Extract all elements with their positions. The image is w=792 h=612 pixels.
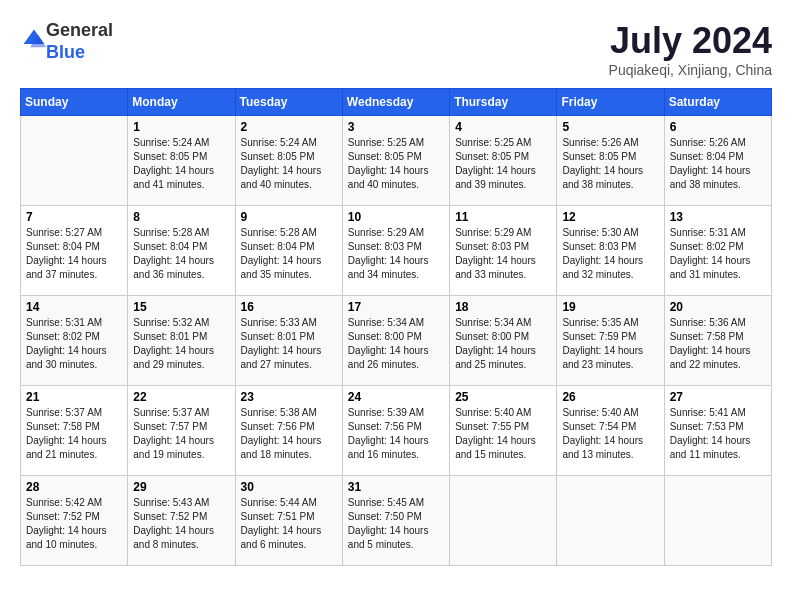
day-info: Sunrise: 5:40 AM Sunset: 7:54 PM Dayligh… bbox=[562, 406, 658, 462]
day-number: 6 bbox=[670, 120, 766, 134]
day-number: 24 bbox=[348, 390, 444, 404]
day-number: 9 bbox=[241, 210, 337, 224]
day-cell: 20Sunrise: 5:36 AM Sunset: 7:58 PM Dayli… bbox=[664, 296, 771, 386]
day-cell: 10Sunrise: 5:29 AM Sunset: 8:03 PM Dayli… bbox=[342, 206, 449, 296]
day-info: Sunrise: 5:28 AM Sunset: 8:04 PM Dayligh… bbox=[133, 226, 229, 282]
day-cell: 7Sunrise: 5:27 AM Sunset: 8:04 PM Daylig… bbox=[21, 206, 128, 296]
day-info: Sunrise: 5:42 AM Sunset: 7:52 PM Dayligh… bbox=[26, 496, 122, 552]
day-info: Sunrise: 5:37 AM Sunset: 7:57 PM Dayligh… bbox=[133, 406, 229, 462]
logo-icon bbox=[22, 28, 46, 52]
day-cell: 22Sunrise: 5:37 AM Sunset: 7:57 PM Dayli… bbox=[128, 386, 235, 476]
calendar-header-row: SundayMondayTuesdayWednesdayThursdayFrid… bbox=[21, 89, 772, 116]
logo-text: General Blue bbox=[46, 20, 113, 63]
day-number: 14 bbox=[26, 300, 122, 314]
day-info: Sunrise: 5:43 AM Sunset: 7:52 PM Dayligh… bbox=[133, 496, 229, 552]
day-info: Sunrise: 5:25 AM Sunset: 8:05 PM Dayligh… bbox=[348, 136, 444, 192]
day-number: 11 bbox=[455, 210, 551, 224]
day-info: Sunrise: 5:24 AM Sunset: 8:05 PM Dayligh… bbox=[133, 136, 229, 192]
month-title: July 2024 bbox=[609, 20, 772, 62]
day-number: 30 bbox=[241, 480, 337, 494]
day-cell: 21Sunrise: 5:37 AM Sunset: 7:58 PM Dayli… bbox=[21, 386, 128, 476]
day-cell: 18Sunrise: 5:34 AM Sunset: 8:00 PM Dayli… bbox=[450, 296, 557, 386]
day-info: Sunrise: 5:35 AM Sunset: 7:59 PM Dayligh… bbox=[562, 316, 658, 372]
week-row-2: 7Sunrise: 5:27 AM Sunset: 8:04 PM Daylig… bbox=[21, 206, 772, 296]
day-info: Sunrise: 5:34 AM Sunset: 8:00 PM Dayligh… bbox=[455, 316, 551, 372]
day-number: 22 bbox=[133, 390, 229, 404]
day-info: Sunrise: 5:44 AM Sunset: 7:51 PM Dayligh… bbox=[241, 496, 337, 552]
day-cell: 16Sunrise: 5:33 AM Sunset: 8:01 PM Dayli… bbox=[235, 296, 342, 386]
day-number: 21 bbox=[26, 390, 122, 404]
day-cell bbox=[557, 476, 664, 566]
day-info: Sunrise: 5:31 AM Sunset: 8:02 PM Dayligh… bbox=[26, 316, 122, 372]
day-cell: 4Sunrise: 5:25 AM Sunset: 8:05 PM Daylig… bbox=[450, 116, 557, 206]
day-cell: 27Sunrise: 5:41 AM Sunset: 7:53 PM Dayli… bbox=[664, 386, 771, 476]
day-number: 26 bbox=[562, 390, 658, 404]
day-number: 10 bbox=[348, 210, 444, 224]
day-info: Sunrise: 5:26 AM Sunset: 8:04 PM Dayligh… bbox=[670, 136, 766, 192]
day-info: Sunrise: 5:29 AM Sunset: 8:03 PM Dayligh… bbox=[348, 226, 444, 282]
day-cell: 31Sunrise: 5:45 AM Sunset: 7:50 PM Dayli… bbox=[342, 476, 449, 566]
day-cell: 11Sunrise: 5:29 AM Sunset: 8:03 PM Dayli… bbox=[450, 206, 557, 296]
day-number: 18 bbox=[455, 300, 551, 314]
day-info: Sunrise: 5:45 AM Sunset: 7:50 PM Dayligh… bbox=[348, 496, 444, 552]
day-cell: 28Sunrise: 5:42 AM Sunset: 7:52 PM Dayli… bbox=[21, 476, 128, 566]
day-cell: 9Sunrise: 5:28 AM Sunset: 8:04 PM Daylig… bbox=[235, 206, 342, 296]
col-header-tuesday: Tuesday bbox=[235, 89, 342, 116]
day-info: Sunrise: 5:33 AM Sunset: 8:01 PM Dayligh… bbox=[241, 316, 337, 372]
day-cell: 8Sunrise: 5:28 AM Sunset: 8:04 PM Daylig… bbox=[128, 206, 235, 296]
day-cell: 6Sunrise: 5:26 AM Sunset: 8:04 PM Daylig… bbox=[664, 116, 771, 206]
day-info: Sunrise: 5:32 AM Sunset: 8:01 PM Dayligh… bbox=[133, 316, 229, 372]
day-info: Sunrise: 5:28 AM Sunset: 8:04 PM Dayligh… bbox=[241, 226, 337, 282]
day-number: 2 bbox=[241, 120, 337, 134]
day-cell bbox=[450, 476, 557, 566]
day-number: 12 bbox=[562, 210, 658, 224]
day-cell: 15Sunrise: 5:32 AM Sunset: 8:01 PM Dayli… bbox=[128, 296, 235, 386]
page-header: General Blue July 2024 Puqiakeqi, Xinjia… bbox=[20, 20, 772, 78]
day-info: Sunrise: 5:30 AM Sunset: 8:03 PM Dayligh… bbox=[562, 226, 658, 282]
week-row-3: 14Sunrise: 5:31 AM Sunset: 8:02 PM Dayli… bbox=[21, 296, 772, 386]
day-cell: 25Sunrise: 5:40 AM Sunset: 7:55 PM Dayli… bbox=[450, 386, 557, 476]
day-cell bbox=[664, 476, 771, 566]
day-cell: 12Sunrise: 5:30 AM Sunset: 8:03 PM Dayli… bbox=[557, 206, 664, 296]
col-header-wednesday: Wednesday bbox=[342, 89, 449, 116]
logo: General Blue bbox=[20, 20, 113, 63]
day-number: 25 bbox=[455, 390, 551, 404]
day-number: 8 bbox=[133, 210, 229, 224]
day-number: 19 bbox=[562, 300, 658, 314]
day-cell: 3Sunrise: 5:25 AM Sunset: 8:05 PM Daylig… bbox=[342, 116, 449, 206]
day-number: 20 bbox=[670, 300, 766, 314]
logo-blue: Blue bbox=[46, 42, 113, 64]
day-number: 5 bbox=[562, 120, 658, 134]
day-info: Sunrise: 5:31 AM Sunset: 8:02 PM Dayligh… bbox=[670, 226, 766, 282]
day-info: Sunrise: 5:40 AM Sunset: 7:55 PM Dayligh… bbox=[455, 406, 551, 462]
day-info: Sunrise: 5:27 AM Sunset: 8:04 PM Dayligh… bbox=[26, 226, 122, 282]
day-cell: 13Sunrise: 5:31 AM Sunset: 8:02 PM Dayli… bbox=[664, 206, 771, 296]
day-info: Sunrise: 5:26 AM Sunset: 8:05 PM Dayligh… bbox=[562, 136, 658, 192]
day-number: 16 bbox=[241, 300, 337, 314]
day-number: 31 bbox=[348, 480, 444, 494]
day-number: 23 bbox=[241, 390, 337, 404]
day-cell: 26Sunrise: 5:40 AM Sunset: 7:54 PM Dayli… bbox=[557, 386, 664, 476]
day-cell: 2Sunrise: 5:24 AM Sunset: 8:05 PM Daylig… bbox=[235, 116, 342, 206]
day-number: 4 bbox=[455, 120, 551, 134]
day-number: 3 bbox=[348, 120, 444, 134]
location: Puqiakeqi, Xinjiang, China bbox=[609, 62, 772, 78]
col-header-thursday: Thursday bbox=[450, 89, 557, 116]
col-header-monday: Monday bbox=[128, 89, 235, 116]
day-number: 27 bbox=[670, 390, 766, 404]
day-number: 15 bbox=[133, 300, 229, 314]
day-info: Sunrise: 5:37 AM Sunset: 7:58 PM Dayligh… bbox=[26, 406, 122, 462]
week-row-1: 1Sunrise: 5:24 AM Sunset: 8:05 PM Daylig… bbox=[21, 116, 772, 206]
day-cell: 24Sunrise: 5:39 AM Sunset: 7:56 PM Dayli… bbox=[342, 386, 449, 476]
day-cell: 5Sunrise: 5:26 AM Sunset: 8:05 PM Daylig… bbox=[557, 116, 664, 206]
day-info: Sunrise: 5:39 AM Sunset: 7:56 PM Dayligh… bbox=[348, 406, 444, 462]
logo-general: General bbox=[46, 20, 113, 42]
day-cell: 17Sunrise: 5:34 AM Sunset: 8:00 PM Dayli… bbox=[342, 296, 449, 386]
day-info: Sunrise: 5:41 AM Sunset: 7:53 PM Dayligh… bbox=[670, 406, 766, 462]
day-info: Sunrise: 5:36 AM Sunset: 7:58 PM Dayligh… bbox=[670, 316, 766, 372]
week-row-4: 21Sunrise: 5:37 AM Sunset: 7:58 PM Dayli… bbox=[21, 386, 772, 476]
title-block: July 2024 Puqiakeqi, Xinjiang, China bbox=[609, 20, 772, 78]
day-cell: 19Sunrise: 5:35 AM Sunset: 7:59 PM Dayli… bbox=[557, 296, 664, 386]
day-cell bbox=[21, 116, 128, 206]
col-header-saturday: Saturday bbox=[664, 89, 771, 116]
